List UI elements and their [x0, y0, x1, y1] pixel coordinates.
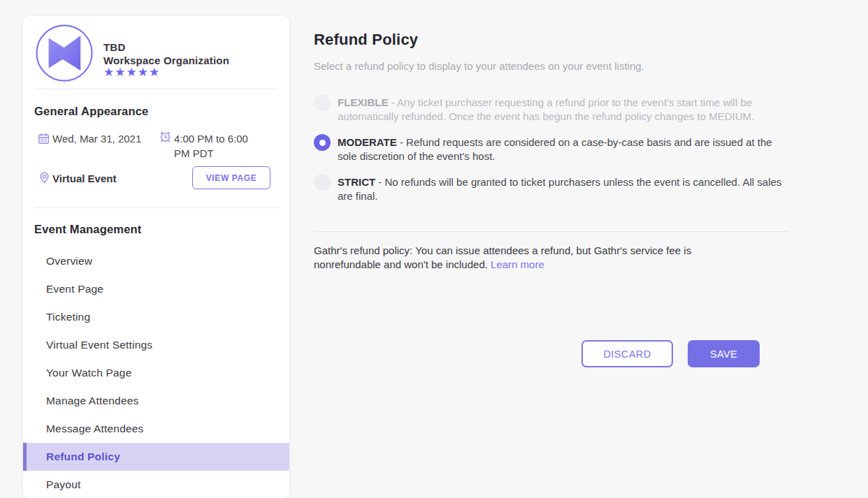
organization-logo-icon — [34, 23, 94, 83]
page-title: Refund Policy — [314, 31, 418, 49]
save-button[interactable]: SAVE — [688, 340, 760, 367]
organization-header: TBD Workspace Organization ★★★★★ — [23, 16, 289, 89]
refund-option-flexible: FLEXIBLE - Any ticket purchaser requesti… — [314, 94, 796, 124]
option-text-flexible: FLEXIBLE - Any ticket purchaser requesti… — [338, 94, 793, 124]
option-text-strict: STRICT - No refunds will be granted to t… — [338, 174, 793, 203]
radio-flexible — [314, 94, 331, 111]
content-divider — [314, 231, 790, 232]
organization-text: TBD Workspace Organization ★★★★★ — [103, 23, 229, 78]
view-page-button[interactable]: VIEW PAGE — [192, 166, 270, 189]
sidebar-item-event-page[interactable]: Event Page — [23, 275, 289, 303]
sidebar-item-payout[interactable]: Payout — [23, 471, 289, 498]
event-management-heading: Event Management — [34, 223, 278, 236]
sidebar-item-your-watch-page[interactable]: Your Watch Page — [23, 359, 289, 387]
sidebar-item-virtual-event-settings[interactable]: Virtual Event Settings — [23, 331, 289, 359]
learn-more-link[interactable]: Learn more — [491, 258, 544, 270]
event-location: Virtual Event — [52, 173, 116, 184]
option-text-moderate: MODERATE - Refund requests are considere… — [338, 134, 793, 163]
refund-option-moderate: MODERATE - Refund requests are considere… — [314, 134, 796, 163]
option-label: MODERATE — [338, 136, 397, 148]
sidebar-item-overview[interactable]: Overview — [23, 247, 289, 275]
event-management-section: Event Management OverviewEvent PageTicke… — [23, 223, 289, 498]
alarm-clock-icon — [159, 130, 172, 143]
general-appearance-section: General Appearance Wed, Mar 31, 2021 4:0… — [23, 89, 289, 207]
event-sidebar-card: TBD Workspace Organization ★★★★★ General… — [23, 16, 289, 498]
refund-policy-panel: Refund Policy Select a refund policy to … — [314, 0, 803, 498]
event-management-nav: OverviewEvent PageTicketingVirtual Event… — [23, 247, 289, 498]
option-label: STRICT — [338, 176, 375, 188]
star-rating-icon: ★★★★★ — [103, 67, 229, 78]
gathr-policy-note: Gathr's refund policy: You can issue att… — [314, 244, 757, 272]
page-subtitle: Select a refund policy to display to you… — [314, 60, 644, 72]
sidebar-item-refund-policy[interactable]: Refund Policy — [23, 443, 289, 471]
action-buttons: DISCARD SAVE — [291, 340, 760, 367]
event-time: 4:00 PM to 6:00 PM PDT — [174, 131, 266, 161]
option-description: - Refund requests are considered on a ca… — [338, 136, 772, 162]
sidebar-item-manage-attendees[interactable]: Manage Attendees — [23, 387, 289, 415]
option-description: - Any ticket purchaser requesting a refu… — [338, 96, 754, 122]
refund-policy-options: FLEXIBLE - Any ticket purchaser requesti… — [314, 94, 796, 214]
option-label: FLEXIBLE — [338, 96, 389, 108]
refund-option-strict: STRICT - No refunds will be granted to t… — [314, 174, 796, 203]
sidebar-item-ticketing[interactable]: Ticketing — [23, 303, 289, 331]
calendar-icon — [37, 132, 50, 145]
sidebar-item-message-attendees[interactable]: Message Attendees — [23, 415, 289, 443]
organization-name-line1: TBD — [103, 41, 229, 54]
radio-moderate-selected[interactable] — [314, 134, 331, 151]
location-pin-icon — [38, 171, 51, 184]
option-description: - No refunds will be granted to ticket p… — [338, 176, 781, 202]
discard-button[interactable]: DISCARD — [581, 340, 673, 367]
event-date: Wed, Mar 31, 2021 — [52, 133, 141, 145]
radio-strict[interactable] — [314, 174, 331, 191]
general-appearance-heading: General Appearance — [34, 105, 148, 118]
sidebar-divider-2 — [34, 207, 278, 208]
